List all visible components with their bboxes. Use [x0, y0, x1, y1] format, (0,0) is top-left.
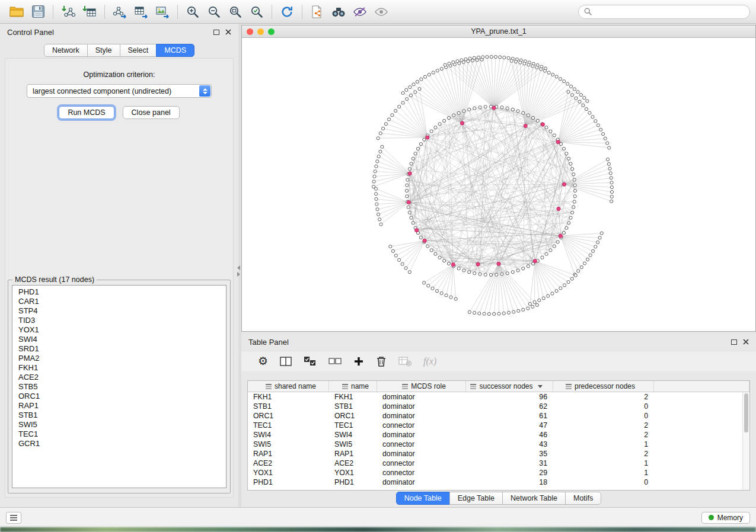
maximize-window-traffic-light[interactable]: [268, 28, 275, 35]
mcds-result-node[interactable]: PHD1: [18, 287, 226, 297]
network-window-titlebar[interactable]: YPA_prune.txt_1: [242, 25, 755, 38]
main-toolbar: [0, 0, 756, 24]
table-row[interactable]: FKH1 FKH1 dominator 96 2: [248, 392, 749, 402]
mcds-result-node[interactable]: STB5: [18, 382, 226, 392]
mcds-result-node[interactable]: ACE2: [18, 373, 226, 382]
import-table-button[interactable]: [79, 2, 100, 21]
export-image-button[interactable]: [152, 2, 173, 21]
close-window-traffic-light[interactable]: [247, 28, 253, 35]
export-table-button[interactable]: [130, 2, 152, 21]
table-row[interactable]: RAP1 RAP1 dominator 35 2: [248, 449, 749, 459]
minimize-window-traffic-light[interactable]: [257, 28, 264, 35]
mcds-result-node[interactable]: FKH1: [18, 363, 226, 373]
memory-button[interactable]: Memory: [701, 512, 750, 524]
dropdown-stepper-icon: [199, 85, 210, 97]
table-row[interactable]: ACE2 ACE2 connector 31 1: [248, 459, 749, 468]
memory-status-dot: [709, 515, 714, 520]
column-header-successor-nodes[interactable]: successor nodes: [466, 381, 553, 392]
search-network-icon: [331, 6, 346, 18]
search-network-button[interactable]: [328, 2, 349, 21]
run-mcds-button[interactable]: Run MCDS: [59, 106, 114, 119]
tab-motifs[interactable]: Motifs: [565, 492, 601, 505]
tab-network-table[interactable]: Network Table: [502, 492, 566, 505]
zoom-out-button[interactable]: [203, 2, 225, 21]
float-table-panel-icon[interactable]: [731, 339, 737, 345]
close-table-panel-icon[interactable]: [743, 339, 749, 345]
control-panel-tabs: Network Style Select MCDS: [0, 44, 238, 57]
mcds-result-node[interactable]: GCR1: [18, 439, 226, 448]
close-panel-button[interactable]: Close panel: [123, 106, 180, 119]
mcds-result-node[interactable]: CAR1: [18, 297, 226, 306]
open-file-button[interactable]: [6, 2, 27, 21]
search-icon: [584, 8, 592, 15]
share-document-button[interactable]: [307, 2, 328, 21]
dropdown-value: largest connected component (undirected): [33, 87, 171, 95]
network-window-title: YPA_prune.txt_1: [242, 27, 755, 36]
export-network-button[interactable]: [109, 2, 130, 21]
create-column-plus-icon[interactable]: [353, 356, 364, 367]
table-row[interactable]: YOX1 YOX1 connector 29 1: [248, 468, 749, 477]
table-row[interactable]: SWI4 SWI4 dominator 46 2: [248, 430, 749, 440]
refresh-button[interactable]: [276, 2, 298, 21]
task-history-button[interactable]: [6, 512, 21, 524]
column-header-shared-name[interactable]: shared name: [248, 381, 329, 392]
table-row[interactable]: ORC1 ORC1 dominator 61 0: [248, 411, 749, 421]
table-settings-gear-icon[interactable]: ⚙: [258, 355, 268, 367]
network-canvas[interactable]: [242, 38, 755, 331]
column-header-filler: [654, 381, 749, 392]
show-columns-icon[interactable]: [280, 356, 292, 367]
delete-column-trash-icon[interactable]: [376, 355, 387, 367]
tab-style[interactable]: Style: [87, 44, 120, 57]
tab-node-table[interactable]: Node Table: [396, 492, 450, 505]
unselect-all-columns-icon[interactable]: [328, 356, 342, 367]
tab-mcds[interactable]: MCDS: [156, 44, 194, 57]
mcds-result-list: PHD1 CAR1 STP4 TID3 YOX1 SWI4 SRD1 PMA2: [12, 285, 227, 488]
table-row[interactable]: TEC1 TEC1 connector 47 2: [248, 421, 749, 430]
column-header-name[interactable]: name: [329, 381, 377, 392]
tab-network[interactable]: Network: [44, 44, 88, 57]
toolbar-separator: [272, 5, 272, 19]
save-button[interactable]: [27, 2, 49, 21]
import-network-button[interactable]: [58, 2, 79, 21]
tab-select[interactable]: Select: [120, 44, 157, 57]
table-vertical-scrollbar[interactable]: [742, 392, 749, 490]
mcds-result-node[interactable]: SRD1: [18, 344, 226, 354]
hide-graphics-details-button[interactable]: [349, 2, 371, 21]
zoom-in-button[interactable]: [182, 2, 203, 21]
column-header-mcds-role[interactable]: MCDS role: [377, 381, 466, 392]
splitter-collapse-icons[interactable]: [237, 265, 240, 277]
table-row[interactable]: STB1 STB1 dominator 62 0: [248, 402, 749, 411]
mcds-result-node[interactable]: RAP1: [18, 401, 226, 411]
zoom-selected-icon: [250, 5, 263, 18]
table-row[interactable]: PHD1 PHD1 dominator 18 0: [248, 477, 749, 487]
save-icon: [32, 5, 44, 18]
zoom-fit-button[interactable]: [225, 2, 246, 21]
mcds-result-node[interactable]: SWI5: [18, 420, 226, 430]
mcds-result-node[interactable]: STP4: [18, 306, 226, 316]
column-scope-icon: [266, 384, 272, 389]
column-header-predecessor-nodes[interactable]: predecessor nodes: [553, 381, 654, 392]
sort-chevron-icon[interactable]: [538, 385, 543, 388]
mcds-result-node[interactable]: ORC1: [18, 392, 226, 401]
scrollbar-thumb[interactable]: [744, 393, 748, 432]
search-input[interactable]: [595, 8, 744, 16]
zoom-selected-button[interactable]: [246, 2, 267, 21]
optimization-criterion-dropdown[interactable]: largest connected component (undirected): [27, 84, 212, 98]
mcds-result-node[interactable]: TID3: [18, 316, 226, 325]
column-scope-icon: [470, 384, 476, 389]
toolbar-search[interactable]: [578, 5, 750, 19]
table-row[interactable]: SWI5 SWI5 connector 43 1: [248, 440, 749, 449]
collapse-right-icon[interactable]: [237, 272, 240, 277]
collapse-left-icon[interactable]: [237, 265, 240, 270]
select-all-columns-icon[interactable]: [304, 356, 317, 367]
mcds-result-title: MCDS result (17 nodes): [12, 275, 97, 284]
tab-edge-table[interactable]: Edge Table: [449, 492, 503, 505]
mcds-result-node[interactable]: SWI4: [18, 335, 226, 344]
close-panel-icon[interactable]: [225, 29, 231, 35]
mcds-result-node[interactable]: YOX1: [18, 325, 226, 335]
mcds-result-node[interactable]: TEC1: [18, 430, 226, 439]
mcds-result-node[interactable]: STB1: [18, 411, 226, 420]
float-panel-icon[interactable]: [213, 30, 219, 35]
show-eye-button[interactable]: [371, 2, 392, 21]
mcds-result-node[interactable]: PMA2: [18, 354, 226, 363]
